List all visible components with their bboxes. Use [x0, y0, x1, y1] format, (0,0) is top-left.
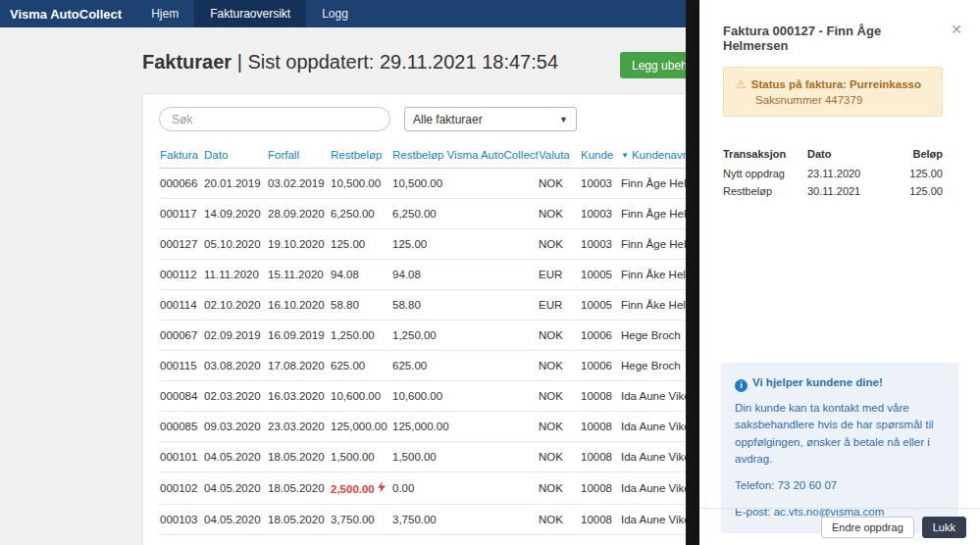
warning-icon: ⚠ [736, 77, 747, 91]
table-cell: NOK [538, 321, 580, 351]
status-warning-box: ⚠Status på faktura: Purreinkasso Saksnum… [723, 67, 943, 117]
table-cell: NOK [538, 229, 580, 260]
table-cell: 125.00 [330, 229, 391, 260]
table-cell: 10008 [580, 505, 620, 535]
table-cell: 125.00 [391, 229, 538, 260]
table-cell: 29.10.2020 [267, 535, 330, 545]
table-cell: 15.11.2020 [267, 260, 330, 290]
close-button[interactable]: Lukk [922, 517, 966, 538]
help-phone: Telefon: 73 20 60 07 [735, 477, 945, 494]
table-cell: NOK [538, 199, 580, 229]
table-cell: 18.05.2020 [267, 505, 330, 535]
chevron-down-icon: ▼ [559, 115, 568, 124]
table-cell: NOK [538, 505, 580, 535]
table-cell: 000066 [159, 169, 203, 199]
table-cell: 125,000.00 [330, 412, 391, 442]
table-cell: 10,600.00 [391, 381, 538, 412]
table-cell: 10003 [580, 199, 620, 229]
invoice-detail-drawer: Faktura 000127 - Finn Åge Helmersen ✕ ⚠S… [699, 0, 980, 545]
table-row[interactable]: Restbeløp30.11.2021125.00 [723, 183, 943, 201]
overdue-bolt-icon [378, 483, 386, 495]
table-cell: 10008 [580, 381, 620, 412]
nav-item-fakturaoversikt[interactable]: Fakturaoversikt [194, 0, 306, 27]
table-cell: 000085 [159, 412, 203, 442]
col-restbelop[interactable]: Restbeløp [330, 143, 391, 169]
transactions-header-row: Transaksjon Dato Beløp [723, 145, 943, 166]
table-cell: 16.03.2020 [267, 381, 330, 412]
table-cell: 28.09.2020 [267, 199, 330, 229]
table-cell: EUR [538, 260, 580, 290]
table-cell: NOK [538, 351, 580, 381]
table-cell: 02.10.2020 [203, 290, 267, 321]
table-cell: 1,250.00 [391, 321, 538, 351]
col-transaksjon: Transaksjon [723, 145, 807, 166]
table-cell: 000103 [159, 505, 203, 535]
nav-item-hjem[interactable]: Hjem [135, 0, 194, 27]
drawer-footer: Endre oppdrag Lukk [699, 508, 980, 545]
col-forfall[interactable]: Forfall [267, 143, 330, 169]
table-cell: 03.02.2019 [267, 169, 330, 199]
table-cell: 000117 [159, 199, 203, 229]
col-faktura[interactable]: Faktura [159, 143, 203, 169]
col-kunde[interactable]: Kunde [580, 143, 620, 169]
transactions-table: Transaksjon Dato Beløp Nytt oppdrag23.11… [723, 145, 943, 201]
table-cell: 20.01.2019 [203, 169, 267, 199]
table-cell: 03.08.2020 [203, 351, 267, 381]
table-cell: 15.10.2020 [203, 535, 267, 545]
col-dato[interactable]: Dato [203, 143, 267, 169]
page-title: Fakturaer | Sist oppdatert: 29.11.2021 1… [142, 51, 558, 74]
table-cell: 30.11.2021 [807, 183, 886, 201]
table-cell: 000115 [159, 351, 203, 381]
table-cell: 16.09.2019 [267, 321, 330, 351]
page-title-updated: | Sist oppdatert: 29.11.2021 18:47:54 [232, 51, 558, 73]
col-valuta[interactable]: Valuta [538, 143, 580, 169]
table-cell: 000112 [159, 260, 203, 290]
table-row[interactable]: Nytt oppdrag23.11.2020125.00 [723, 166, 943, 183]
table-cell: Restbeløp [723, 183, 807, 201]
table-cell: 94.08 [330, 260, 391, 290]
table-cell: NOK [538, 535, 580, 545]
col-restbelop-vac[interactable]: Restbeløp Visma AutoCollect [391, 143, 538, 169]
change-assignment-button[interactable]: Endre oppdrag [821, 517, 914, 538]
table-cell: 10008 [580, 442, 620, 472]
table-cell: 125.00 [886, 166, 943, 183]
close-icon[interactable]: ✕ [951, 22, 962, 37]
table-cell: 10,500.00 [391, 169, 538, 199]
table-cell: 1,500.00 [391, 442, 538, 472]
table-cell: 000067 [159, 321, 203, 351]
drawer-backdrop[interactable] [686, 0, 699, 545]
table-cell: 11.11.2020 [203, 260, 267, 290]
table-cell: 02.03.2020 [203, 381, 267, 412]
table-cell: 56,875.00 [391, 535, 538, 545]
page-title-bold: Fakturaer [142, 51, 232, 73]
table-cell: 94.08 [391, 260, 538, 290]
invoice-filter-dropdown[interactable]: Alle fakturaer ▼ [404, 107, 577, 131]
table-cell: 10,500.00 [330, 169, 391, 199]
table-cell: 10006 [580, 351, 620, 381]
status-line: ⚠Status på faktura: Purreinkasso [736, 77, 930, 91]
table-cell: Nytt oppdrag [723, 166, 807, 183]
nav-item-logg[interactable]: Logg [306, 0, 364, 27]
table-cell: 1,500.00 [330, 442, 391, 472]
table-cell: 10003 [580, 229, 620, 260]
search-input[interactable] [159, 107, 390, 131]
table-cell: 3,750.00 [391, 505, 538, 535]
table-cell: 625.00 [330, 351, 391, 381]
table-cell: 6,250.00 [391, 199, 538, 229]
table-cell: 1,250.00 [330, 321, 391, 351]
table-cell: 18.05.2020 [267, 442, 330, 472]
table-cell: 04.05.2020 [203, 472, 267, 505]
table-cell: 125,000.00 [391, 412, 538, 442]
col-trans-dato: Dato [807, 145, 886, 166]
help-title: iVi hjelper kundene dine! [735, 374, 945, 392]
table-cell: 625.00 [391, 351, 538, 381]
table-cell: NOK [538, 442, 580, 472]
table-cell: 09.03.2020 [203, 412, 267, 442]
table-cell: 18.05.2020 [267, 472, 330, 505]
table-cell: 58.80 [330, 290, 391, 321]
table-cell: 125.00 [886, 183, 943, 201]
table-cell: 04.05.2020 [203, 505, 267, 535]
invoice-filter-value: Alle fakturaer [413, 113, 483, 126]
col-belop: Beløp [886, 145, 943, 166]
table-cell: 23.03.2020 [267, 412, 330, 442]
